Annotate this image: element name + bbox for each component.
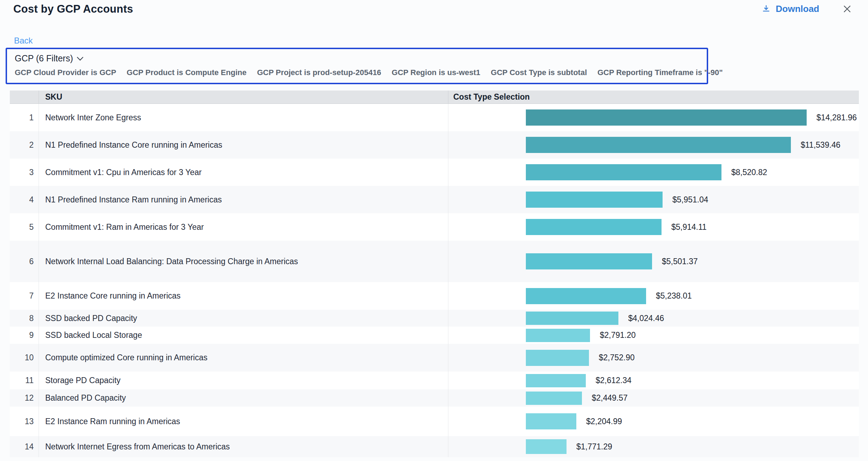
cost-value: $1,771.29	[576, 442, 612, 452]
close-icon	[842, 4, 853, 14]
table-row[interactable]: 6 Network Internal Load Balancing: Data …	[10, 241, 859, 282]
cost-cell: $1,771.29	[448, 436, 859, 457]
cost-table: SKU Cost Type Selection 1 Network Inter …	[10, 91, 859, 457]
row-number: 5	[10, 213, 39, 241]
table-row[interactable]: 5 Commitment v1: Ram in Americas for 3 Y…	[10, 213, 859, 241]
filter-chip-product: GCP Product is Compute Engine	[127, 68, 246, 77]
cost-bar	[526, 350, 589, 366]
table-row[interactable]: 4 N1 Predefined Instance Ram running in …	[10, 186, 859, 213]
filter-chip-cloud-provider: GCP Cloud Provider is GCP	[15, 68, 116, 77]
sku-cell: SSD backed PD Capacity	[39, 310, 448, 327]
close-button[interactable]	[842, 4, 853, 14]
table-row[interactable]: 11 Storage PD Capacity $2,612.34	[10, 372, 859, 389]
sku-cell: Commitment v1: Cpu in Americas for 3 Yea…	[39, 159, 448, 186]
cost-cell: $5,914.11	[448, 213, 859, 241]
cost-bar	[526, 439, 567, 454]
cost-bar	[526, 413, 576, 429]
sku-cell: Storage PD Capacity	[39, 372, 448, 389]
header-row-number-spacer	[10, 91, 39, 103]
row-number: 1	[10, 104, 39, 131]
cost-cell: $5,501.37	[448, 241, 859, 282]
top-controls: Download	[761, 4, 853, 14]
cost-value: $11,539.46	[801, 140, 840, 150]
filter-panel: GCP (6 Filters) GCP Cloud Provider is GC…	[6, 48, 708, 84]
cost-bar	[526, 109, 807, 126]
cost-value: $2,752.90	[599, 353, 635, 362]
filter-chip-list: GCP Cloud Provider is GCP GCP Product is…	[15, 68, 699, 77]
cost-value: $5,951.04	[672, 195, 708, 205]
table-row[interactable]: 10 Compute optimized Core running in Ame…	[10, 344, 859, 372]
sku-cell: SSD backed Local Storage	[39, 327, 448, 344]
cost-cell: $2,449.57	[448, 389, 859, 407]
filter-chip-project: GCP Project is prod-setup-205416	[257, 68, 381, 77]
page-title: Cost by GCP Accounts	[13, 3, 133, 15]
cost-cell: $14,281.96	[448, 104, 859, 131]
row-number: 4	[10, 186, 39, 213]
cost-bar	[526, 288, 646, 304]
table-row[interactable]: 12 Balanced PD Capacity $2,449.57	[10, 389, 859, 407]
cost-bar	[526, 329, 590, 342]
cost-value: $8,520.82	[731, 168, 767, 177]
cost-cell: $5,238.01	[448, 282, 859, 310]
cost-value: $5,238.01	[656, 291, 692, 301]
cost-value: $2,449.57	[592, 393, 628, 403]
row-number: 3	[10, 159, 39, 186]
table-row[interactable]: 3 Commitment v1: Cpu in Americas for 3 Y…	[10, 159, 859, 186]
sku-cell: Network Inter Zone Egress	[39, 104, 448, 131]
cost-bar	[526, 374, 586, 387]
cost-value: $2,204.99	[586, 417, 622, 426]
cost-value: $14,281.96	[816, 113, 857, 122]
cost-cell: $11,539.46	[448, 131, 859, 159]
sku-cell: N1 Predefined Instance Core running in A…	[39, 131, 448, 159]
row-number: 6	[10, 241, 39, 282]
cost-bar	[526, 219, 662, 235]
header-sku-label: SKU	[45, 92, 62, 102]
download-icon	[761, 4, 771, 14]
cost-bar	[526, 137, 791, 153]
cost-cell: $2,204.99	[448, 407, 859, 436]
cost-value: $4,024.46	[628, 314, 664, 323]
sku-cell: Compute optimized Core running in Americ…	[39, 344, 448, 372]
cost-bar	[526, 312, 618, 325]
cost-bar	[526, 253, 652, 269]
sku-cell: E2 Instance Core running in Americas	[39, 282, 448, 310]
cost-value: $2,612.34	[596, 376, 631, 385]
table-body: 1 Network Inter Zone Egress $14,281.96 2…	[10, 104, 859, 457]
row-number: 10	[10, 344, 39, 372]
filter-summary-toggle[interactable]: GCP (6 Filters)	[15, 53, 82, 64]
back-link[interactable]: Back	[14, 36, 33, 46]
cost-cell: $5,951.04	[448, 186, 859, 213]
cost-cell: $2,612.34	[448, 372, 859, 389]
header-cost-label: Cost Type Selection	[453, 92, 530, 102]
table-row[interactable]: 13 E2 Instance Ram running in Americas $…	[10, 407, 859, 436]
sku-cell: Network Internet Egress from Americas to…	[39, 436, 448, 457]
table-header: SKU Cost Type Selection	[10, 91, 859, 104]
sku-cell: Network Internal Load Balancing: Data Pr…	[39, 241, 448, 282]
row-number: 11	[10, 372, 39, 389]
row-number: 12	[10, 389, 39, 407]
chevron-down-icon	[77, 54, 83, 60]
table-row[interactable]: 7 E2 Instance Core running in Americas $…	[10, 282, 859, 310]
table-row[interactable]: 2 N1 Predefined Instance Core running in…	[10, 131, 859, 159]
table-row[interactable]: 9 SSD backed Local Storage $2,791.20	[10, 327, 859, 344]
filter-chip-cost-type: GCP Cost Type is subtotal	[491, 68, 587, 77]
cost-bar	[526, 392, 582, 405]
filter-chip-region: GCP Region is us-west1	[392, 68, 480, 77]
filter-summary-label: GCP (6 Filters)	[15, 53, 73, 64]
download-button[interactable]: Download	[761, 4, 819, 14]
download-label: Download	[776, 4, 819, 14]
cost-value: $5,914.11	[671, 222, 707, 232]
row-number: 13	[10, 407, 39, 436]
table-row[interactable]: 14 Network Internet Egress from Americas…	[10, 436, 859, 457]
row-number: 2	[10, 131, 39, 159]
header-cost-type-selection: Cost Type Selection	[448, 91, 859, 103]
row-number: 8	[10, 310, 39, 327]
table-row[interactable]: 8 SSD backed PD Capacity $4,024.46	[10, 310, 859, 327]
filter-chip-timeframe: GCP Reporting Timeframe is "-90"	[597, 68, 723, 77]
cost-cell: $2,752.90	[448, 344, 859, 372]
row-number: 14	[10, 436, 39, 457]
cost-cell: $8,520.82	[448, 159, 859, 186]
row-number: 9	[10, 327, 39, 344]
cost-value: $2,791.20	[600, 330, 636, 340]
table-row[interactable]: 1 Network Inter Zone Egress $14,281.96	[10, 104, 859, 131]
